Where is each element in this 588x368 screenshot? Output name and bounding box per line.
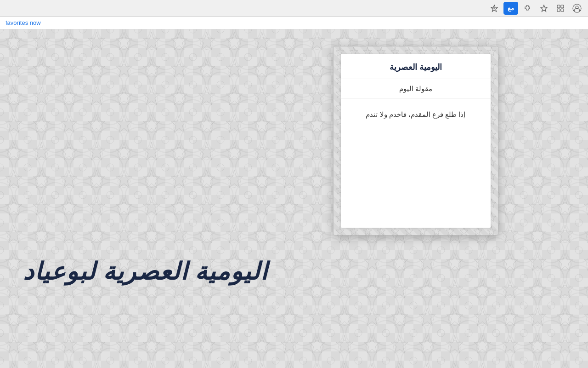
profile-btn[interactable] [570, 2, 584, 15]
notification-bar: favorites now [0, 17, 588, 29]
page-main-title: اليومية العصرية لبوعياد [23, 258, 268, 285]
translate-btn[interactable]: مع [503, 2, 518, 15]
browser-toolbar: ⚙ مع [0, 0, 588, 17]
translate-icon: مع [508, 5, 514, 12]
popup-inner-wrapper: اليومية العصرية مقولة اليوم إذا طلع فرع … [341, 54, 491, 228]
popup-inner-card: اليومية العصرية مقولة اليوم إذا طلع فرع … [341, 54, 491, 228]
svg-rect-4 [561, 5, 564, 8]
svg-rect-3 [557, 5, 560, 8]
star-rating-btn[interactable]: ⚙ [487, 2, 502, 15]
popup-quote-text: إذا طلع فرع المقدم، فاخدم ولا تندم [348, 108, 483, 121]
extension-btn[interactable] [520, 2, 535, 15]
svg-text:⚙: ⚙ [492, 6, 495, 10]
popup-quote-area: إذا طلع فرع المقدم، فاخدم ولا تندم [341, 99, 491, 228]
popup-outer: اليومية العصرية مقولة اليوم إذا طلع فرع … [333, 46, 498, 236]
geometric-pattern [0, 29, 588, 368]
page-background [0, 29, 588, 368]
svg-rect-6 [561, 9, 564, 12]
svg-rect-15 [0, 29, 588, 368]
popup-card: اليومية العصرية مقولة اليوم إذا طلع فرع … [333, 46, 498, 236]
favorites-link[interactable]: favorites now [6, 19, 41, 26]
popup-title: اليومية العصرية [348, 62, 483, 72]
popup-header: اليومية العصرية [341, 54, 491, 79]
favorites-btn[interactable] [537, 2, 551, 15]
svg-rect-5 [557, 9, 560, 12]
popup-subtitle-section: مقولة اليوم [341, 79, 491, 99]
svg-marker-2 [541, 5, 547, 12]
page-area: اليومية العصرية لبوعياد اليومية العصرية [0, 29, 588, 368]
popup-subtitle-text: مقولة اليوم [348, 85, 483, 93]
collections-btn[interactable] [553, 2, 568, 15]
